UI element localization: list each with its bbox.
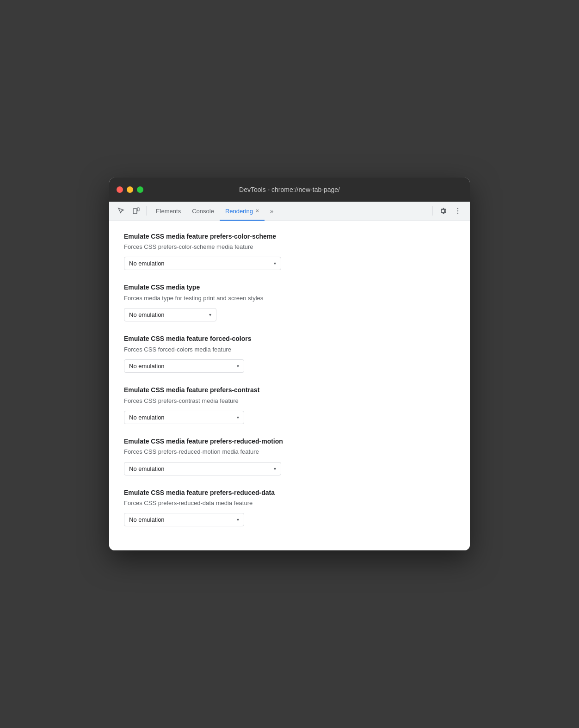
section-desc-1: Forces CSS prefers-color-scheme media fe… xyxy=(124,243,455,251)
toolbar-actions xyxy=(431,204,464,217)
toolbar-tabs: Elements Console Rendering × » xyxy=(150,202,279,221)
section-media-type: Emulate CSS media type Forces media type… xyxy=(124,283,455,321)
dropdown-value-3: No emulation xyxy=(129,363,231,370)
dropdown-forced-colors[interactable]: No emulation ▾ xyxy=(124,359,244,373)
tab-console[interactable]: Console xyxy=(186,202,220,221)
section-desc-4: Forces CSS prefers-contrast media featur… xyxy=(124,397,455,405)
menu-icon[interactable] xyxy=(451,204,464,217)
maximize-button[interactable] xyxy=(137,186,143,193)
titlebar: DevTools - chrome://new-tab-page/ xyxy=(109,178,470,202)
main-content: Emulate CSS media feature prefers-color-… xyxy=(109,221,470,551)
svg-rect-1 xyxy=(137,208,139,211)
dropdown-prefers-contrast[interactable]: No emulation ▾ xyxy=(124,411,244,424)
minimize-button[interactable] xyxy=(127,186,133,193)
dropdown-prefers-reduced-motion[interactable]: No emulation ▾ xyxy=(124,462,281,475)
svg-point-2 xyxy=(457,208,458,209)
dropdown-value-4: No emulation xyxy=(129,414,231,421)
svg-rect-0 xyxy=(133,209,137,214)
section-title-1: Emulate CSS media feature prefers-color-… xyxy=(124,232,455,241)
section-prefers-reduced-data: Emulate CSS media feature prefers-reduce… xyxy=(124,488,455,527)
section-desc-5: Forces CSS prefers-reduced-motion media … xyxy=(124,448,455,456)
section-prefers-contrast: Emulate CSS media feature prefers-contra… xyxy=(124,386,455,424)
section-title-2: Emulate CSS media type xyxy=(124,283,455,292)
dropdown-arrow-2: ▾ xyxy=(209,312,211,317)
section-title-5: Emulate CSS media feature prefers-reduce… xyxy=(124,437,455,446)
dropdown-prefers-color-scheme[interactable]: No emulation ▾ xyxy=(124,257,281,270)
dropdown-media-type[interactable]: No emulation ▾ xyxy=(124,308,216,321)
tab-more[interactable]: » xyxy=(265,202,279,221)
dropdown-arrow-6: ▾ xyxy=(237,517,239,522)
settings-icon[interactable] xyxy=(437,204,450,217)
dropdown-prefers-reduced-data[interactable]: No emulation ▾ xyxy=(124,513,244,526)
section-forced-colors: Emulate CSS media feature forced-colors … xyxy=(124,334,455,373)
section-title-4: Emulate CSS media feature prefers-contra… xyxy=(124,386,455,395)
section-desc-6: Forces CSS prefers-reduced-data media fe… xyxy=(124,499,455,507)
dropdown-arrow-4: ▾ xyxy=(237,415,239,420)
toolbar: Elements Console Rendering × » xyxy=(109,202,470,221)
devtools-window: DevTools - chrome://new-tab-page/ Elemen… xyxy=(109,178,470,551)
dropdown-value-5: No emulation xyxy=(129,465,268,472)
dropdown-arrow-3: ▾ xyxy=(237,364,239,369)
device-icon[interactable] xyxy=(129,204,142,217)
section-prefers-reduced-motion: Emulate CSS media feature prefers-reduce… xyxy=(124,437,455,475)
section-desc-3: Forces CSS forced-colors media feature xyxy=(124,345,455,354)
tab-rendering[interactable]: Rendering × xyxy=(220,202,265,221)
section-title-6: Emulate CSS media feature prefers-reduce… xyxy=(124,488,455,498)
dropdown-value-1: No emulation xyxy=(129,260,268,267)
section-title-3: Emulate CSS media feature forced-colors xyxy=(124,334,455,344)
tab-elements[interactable]: Elements xyxy=(150,202,186,221)
section-prefers-color-scheme: Emulate CSS media feature prefers-color-… xyxy=(124,232,455,271)
window-title: DevTools - chrome://new-tab-page/ xyxy=(239,186,340,193)
dropdown-value-6: No emulation xyxy=(129,516,231,523)
section-desc-2: Forces media type for testing print and … xyxy=(124,294,455,302)
traffic-lights xyxy=(117,186,143,193)
dropdown-arrow-5: ▾ xyxy=(274,466,276,471)
toolbar-divider-2 xyxy=(432,206,433,216)
svg-point-4 xyxy=(457,213,458,214)
toolbar-divider-1 xyxy=(146,206,147,216)
inspect-icon[interactable] xyxy=(115,204,128,217)
tab-rendering-close[interactable]: × xyxy=(256,208,259,214)
dropdown-value-2: No emulation xyxy=(129,311,203,318)
dropdown-arrow-1: ▾ xyxy=(274,261,276,266)
close-button[interactable] xyxy=(117,186,123,193)
svg-point-3 xyxy=(457,210,458,211)
